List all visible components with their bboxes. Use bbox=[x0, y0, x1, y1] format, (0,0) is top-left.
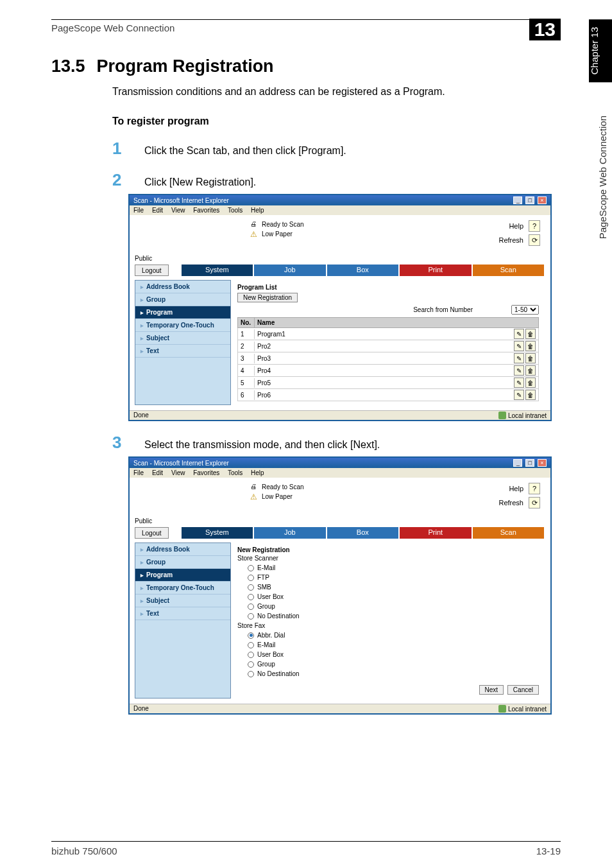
help-link[interactable]: Help bbox=[509, 222, 523, 230]
menu-view[interactable]: View bbox=[171, 207, 185, 214]
help-link[interactable]: Help bbox=[509, 485, 523, 492]
refresh-icon[interactable]: ⟳ bbox=[529, 234, 540, 246]
store-fax-label: Store Fax bbox=[237, 622, 539, 629]
sidebar-item-group[interactable]: Group bbox=[135, 293, 230, 306]
sidebar-item-subject[interactable]: Subject bbox=[135, 595, 230, 607]
sidebar-item-group[interactable]: Group bbox=[135, 556, 230, 569]
step-text-2: Click [New Registration]. bbox=[144, 177, 256, 188]
edit-icon[interactable]: ✎ bbox=[514, 365, 524, 376]
radio-email[interactable]: E-Mail bbox=[248, 564, 539, 571]
sidebar-item-text[interactable]: Text bbox=[135, 607, 230, 620]
public-label: Public bbox=[135, 255, 545, 262]
maximize-icon[interactable]: □ bbox=[525, 459, 534, 467]
radio-fax-userbox[interactable]: User Box bbox=[248, 651, 539, 658]
tab-print[interactable]: Print bbox=[400, 527, 472, 539]
table-row: 1 Program1 ✎🗑 bbox=[237, 328, 539, 340]
menu-tools[interactable]: Tools bbox=[228, 207, 242, 214]
menu-help[interactable]: Help bbox=[251, 207, 264, 214]
radio-fax-group[interactable]: Group bbox=[248, 661, 539, 668]
minimize-icon[interactable]: _ bbox=[513, 196, 522, 204]
status-ready: Ready to Scan bbox=[262, 221, 304, 228]
radio-nodest[interactable]: No Destination bbox=[248, 612, 539, 620]
step-number-1: 1 bbox=[112, 139, 144, 159]
help-icon[interactable]: ? bbox=[529, 220, 540, 232]
sidebar-item-address-book[interactable]: Address Book bbox=[135, 543, 230, 556]
screenshot-new-registration: Scan - Microsoft Internet Explorer _ □ ×… bbox=[128, 456, 552, 715]
breadcrumb: PageScope Web Connection bbox=[51, 22, 174, 33]
tab-system[interactable]: System bbox=[182, 265, 254, 276]
delete-icon[interactable]: 🗑 bbox=[525, 329, 536, 339]
edit-icon[interactable]: ✎ bbox=[514, 341, 524, 351]
delete-icon[interactable]: 🗑 bbox=[525, 378, 536, 388]
sidebar-item-program[interactable]: Program bbox=[135, 306, 230, 319]
public-label: Public bbox=[135, 517, 545, 525]
edit-icon[interactable]: ✎ bbox=[514, 353, 524, 363]
sidebar-item-program[interactable]: Program bbox=[135, 569, 230, 582]
menu-file[interactable]: File bbox=[133, 207, 144, 214]
delete-icon[interactable]: 🗑 bbox=[525, 365, 536, 376]
table-row: 4 Pro4 ✎🗑 bbox=[237, 365, 539, 377]
delete-icon[interactable]: 🗑 bbox=[525, 353, 536, 363]
radio-ftp[interactable]: FTP bbox=[248, 574, 539, 581]
cancel-button[interactable]: Cancel bbox=[507, 685, 539, 695]
refresh-icon[interactable]: ⟳ bbox=[529, 497, 540, 508]
search-range-select[interactable]: 1-50 bbox=[511, 305, 539, 315]
col-no: No. bbox=[238, 318, 255, 327]
radio-fax-nodest[interactable]: No Destination bbox=[248, 670, 539, 677]
minimize-icon[interactable]: _ bbox=[513, 459, 522, 467]
sidebar-item-address-book[interactable]: Address Book bbox=[135, 281, 230, 293]
edit-icon[interactable]: ✎ bbox=[514, 390, 524, 400]
menu-file[interactable]: File bbox=[133, 469, 144, 476]
radio-fax-email[interactable]: E-Mail bbox=[248, 641, 539, 648]
statusbar-zone: Local intranet bbox=[508, 706, 547, 713]
menu-help[interactable]: Help bbox=[251, 469, 264, 476]
sidebar-item-temporary[interactable]: Temporary One-Touch bbox=[135, 582, 230, 595]
tab-print[interactable]: Print bbox=[400, 265, 472, 276]
menu-edit[interactable]: Edit bbox=[152, 469, 163, 476]
radio-smb[interactable]: SMB bbox=[248, 584, 539, 591]
chapter-side-tab: Chapter 13 bbox=[589, 19, 612, 82]
status-lowpaper: Low Paper bbox=[262, 493, 293, 500]
sidebar-item-temporary[interactable]: Temporary One-Touch bbox=[135, 319, 230, 332]
edit-icon[interactable]: ✎ bbox=[514, 329, 524, 339]
sidebar-item-text[interactable]: Text bbox=[135, 345, 230, 358]
delete-icon[interactable]: 🗑 bbox=[525, 390, 536, 400]
tab-system[interactable]: System bbox=[182, 527, 254, 539]
browser-menubar[interactable]: File Edit View Favorites Tools Help bbox=[130, 205, 550, 215]
help-icon[interactable]: ? bbox=[529, 483, 540, 494]
close-icon[interactable]: × bbox=[538, 196, 547, 204]
tab-box[interactable]: Box bbox=[327, 527, 400, 539]
tab-scan[interactable]: Scan bbox=[473, 527, 545, 539]
refresh-link[interactable]: Refresh bbox=[498, 236, 523, 244]
tab-box[interactable]: Box bbox=[327, 265, 400, 276]
tab-scan[interactable]: Scan bbox=[473, 265, 545, 276]
tab-job[interactable]: Job bbox=[254, 527, 327, 539]
menu-view[interactable]: View bbox=[171, 469, 185, 476]
delete-icon[interactable]: 🗑 bbox=[525, 341, 536, 351]
logout-button[interactable]: Logout bbox=[135, 265, 169, 276]
refresh-link[interactable]: Refresh bbox=[498, 499, 523, 507]
logout-button[interactable]: Logout bbox=[135, 527, 169, 539]
radio-userbox[interactable]: User Box bbox=[248, 593, 539, 600]
product-side-text: PageScope Web Connection bbox=[597, 116, 608, 239]
menu-favorites[interactable]: Favorites bbox=[193, 469, 219, 476]
store-scanner-label: Store Scanner bbox=[237, 555, 539, 562]
browser-menubar[interactable]: File Edit View Favorites Tools Help bbox=[130, 468, 550, 478]
section-heading: 13.5Program Registration bbox=[51, 56, 561, 76]
radio-abbr-dial[interactable]: Abbr. Dial bbox=[248, 632, 539, 639]
section-intro: Transmission conditions and an address c… bbox=[112, 84, 561, 100]
menu-tools[interactable]: Tools bbox=[228, 469, 242, 476]
printer-icon: 🖨 bbox=[250, 483, 259, 490]
menu-edit[interactable]: Edit bbox=[152, 207, 163, 214]
sidebar-item-subject[interactable]: Subject bbox=[135, 332, 230, 345]
radio-group[interactable]: Group bbox=[248, 603, 539, 610]
new-registration-button[interactable]: New Registration bbox=[237, 293, 298, 302]
maximize-icon[interactable]: □ bbox=[525, 196, 534, 204]
tab-job[interactable]: Job bbox=[254, 265, 327, 276]
table-row: 5 Pro5 ✎🗑 bbox=[237, 377, 539, 389]
menu-favorites[interactable]: Favorites bbox=[193, 207, 219, 214]
next-button[interactable]: Next bbox=[479, 685, 504, 695]
edit-icon[interactable]: ✎ bbox=[514, 378, 524, 388]
intranet-icon bbox=[498, 412, 506, 419]
close-icon[interactable]: × bbox=[538, 459, 547, 467]
